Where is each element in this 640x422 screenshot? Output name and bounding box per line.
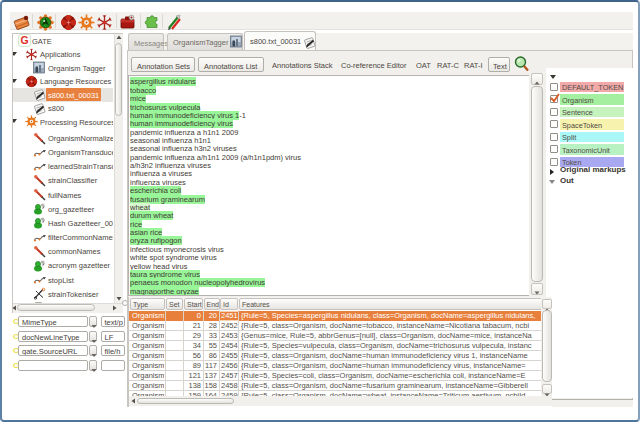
- svg-text:G: G: [20, 34, 28, 46]
